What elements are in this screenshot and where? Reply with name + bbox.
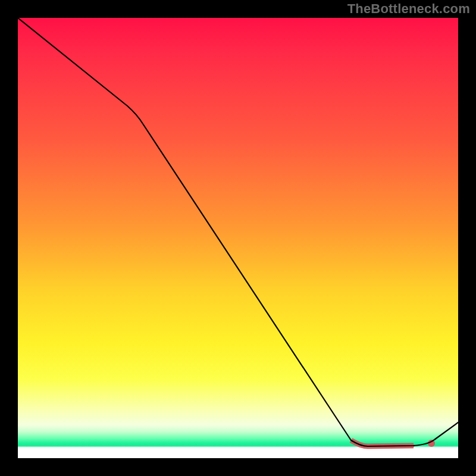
chart-frame: TheBottleneck.com [0,0,476,476]
watermark-text: TheBottleneck.com [347,1,470,17]
main-curve [18,18,458,446]
plot-area [18,18,458,458]
curve-svg [18,18,458,458]
